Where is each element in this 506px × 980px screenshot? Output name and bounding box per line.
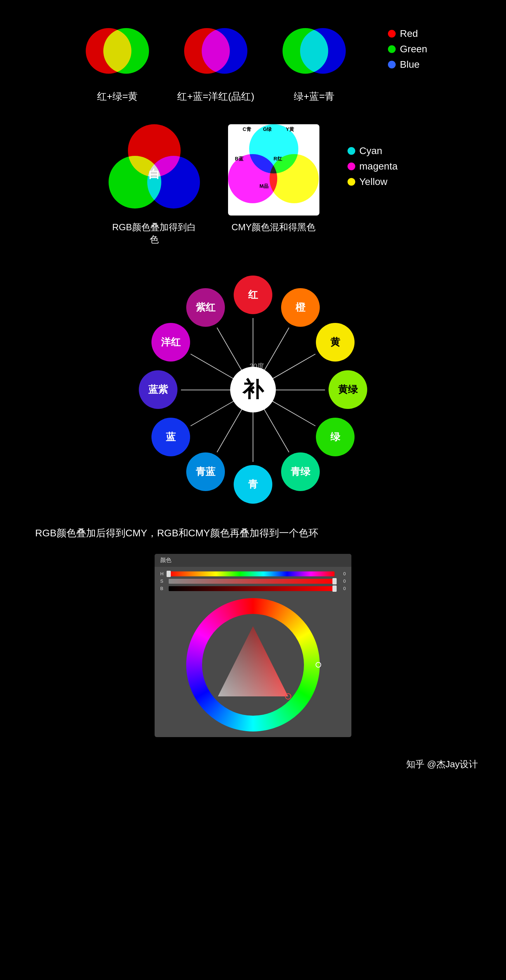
- wheel-node-黄绿: 黄绿: [329, 370, 367, 409]
- picker-title: 颜色: [160, 557, 171, 564]
- slider-b-thumb: [332, 585, 337, 592]
- color-triangle: [208, 619, 298, 710]
- slider-s-label: S: [160, 579, 166, 584]
- section-color-picker: 颜色 H 0 S 0 B 0: [0, 540, 506, 758]
- wheel-node-橙: 橙: [281, 288, 320, 327]
- hue-ring[interactable]: [186, 598, 320, 732]
- svg-marker-1: [218, 626, 288, 697]
- wheel-node-紫红: 紫红: [186, 288, 225, 327]
- wheel-center: 补: [230, 367, 276, 412]
- circle-green: [103, 28, 149, 74]
- dot-cyan: [348, 147, 355, 155]
- color-wheel-container: 补 30度 红橙黄黄绿绿青绿青青蓝蓝蓝紫洋红紫红: [130, 267, 376, 512]
- dot-green: [388, 45, 396, 53]
- venn-rgb3: 白: [109, 124, 200, 215]
- label-rb: 红+蓝=洋红(品红): [177, 90, 254, 103]
- legend-rgb: Red Green Blue: [388, 28, 427, 70]
- slider-b-val: 0: [337, 586, 346, 591]
- label-blue: Blue: [400, 59, 420, 70]
- legend-cmy: Cyan magenta Yellow: [348, 145, 398, 188]
- cmy-label-y: Y黄: [286, 126, 294, 133]
- legend-red: Red: [388, 28, 427, 39]
- dot-blue: [388, 61, 396, 68]
- picker-wheel-area: [155, 594, 351, 732]
- venn-group-rb: 红+蓝=洋红(品红): [177, 21, 254, 103]
- wheel-node-洋红: 洋红: [152, 323, 190, 361]
- label-cyan: Cyan: [359, 145, 382, 156]
- slider-h-thumb: [166, 571, 171, 577]
- hue-ring-inner: [202, 614, 304, 716]
- legend-blue: Blue: [388, 59, 427, 70]
- venn-gb: [276, 21, 353, 84]
- venn-group-gb: 绿+蓝=青: [276, 21, 353, 103]
- cmy-label-m: M品: [260, 183, 269, 189]
- section-color-wheel: 补 30度 红橙黄黄绿绿青绿青青蓝蓝蓝紫洋红紫红: [0, 246, 506, 512]
- slider-h-val: 0: [337, 571, 346, 576]
- wheel-node-青: 青: [234, 465, 272, 504]
- label-yellow: Yellow: [359, 176, 388, 188]
- circle-b3: [147, 156, 200, 208]
- wheel-node-红: 红: [234, 275, 272, 314]
- section4-caption: RGB颜色叠加后得到CMY，RGB和CMY颜色再叠加得到一个色环: [0, 512, 506, 540]
- footer-text: 知乎 @杰Jay设计: [406, 759, 478, 769]
- slider-h-track[interactable]: [169, 571, 335, 576]
- venn-group-cmy3: C青 G绿 Y黄 B蓝 R红 M品 CMY颜色混和得黑色: [228, 124, 319, 234]
- slider-s-val: 0: [337, 579, 346, 584]
- picker-window: 颜色 H 0 S 0 B 0: [155, 554, 351, 737]
- section-rgb-cmy: 白 RGB颜色叠加得到白色 C青 G绿 Y黄 B蓝 R红 M品 CMY颜色混和得…: [0, 103, 506, 246]
- slider-h-row: H 0: [160, 571, 346, 576]
- venn-rg: [79, 21, 156, 84]
- venn-rb: [177, 21, 254, 84]
- hue-indicator: [316, 662, 321, 668]
- dot-yellow: [348, 178, 355, 186]
- wheel-center-label: 补: [243, 375, 263, 404]
- caption-rgb3: RGB颜色叠加得到白色: [109, 221, 200, 246]
- label-green: Green: [400, 43, 427, 55]
- venn-group-rgb3: 白 RGB颜色叠加得到白色: [109, 124, 200, 246]
- dot-red: [388, 30, 396, 38]
- wheel-node-青蓝: 青蓝: [186, 452, 225, 491]
- legend-green: Green: [388, 43, 427, 55]
- label-magenta: magenta: [359, 161, 398, 172]
- circle-blue2: [300, 28, 346, 74]
- cmy-label-r: R红: [274, 156, 282, 162]
- label-red: Red: [400, 28, 418, 39]
- wheel-node-黄: 黄: [316, 323, 354, 361]
- label-gb: 绿+蓝=青: [294, 90, 335, 103]
- legend-cyan: Cyan: [348, 145, 398, 156]
- section-rgb-pairs: 红+绿=黄 红+蓝=洋红(品红) 绿+蓝=青 Red Green Blue: [0, 0, 506, 103]
- cmy-label-c: C青: [243, 126, 251, 133]
- venn-cmy3: C青 G绿 Y黄 B蓝 R红 M品: [228, 124, 319, 215]
- slider-b-track[interactable]: [169, 586, 335, 591]
- footer: 知乎 @杰Jay设计: [0, 758, 506, 784]
- legend-magenta: magenta: [348, 161, 398, 172]
- wheel-node-青绿: 青绿: [281, 452, 320, 491]
- label-rg: 红+绿=黄: [97, 90, 138, 103]
- slider-s-row: S 0: [160, 579, 346, 584]
- legend-yellow: Yellow: [348, 176, 398, 188]
- wheel-node-蓝: 蓝: [152, 418, 190, 456]
- slider-h-label: H: [160, 571, 166, 576]
- wheel-node-蓝紫: 蓝紫: [139, 370, 177, 409]
- wheel-node-绿: 绿: [316, 418, 354, 456]
- slider-b-row: B 0: [160, 586, 346, 591]
- picker-sliders: H 0 S 0 B 0: [155, 567, 351, 594]
- cmy-label-g: G绿: [263, 126, 272, 133]
- picker-titlebar: 颜色: [155, 554, 351, 567]
- cmy-label-b: B蓝: [235, 156, 244, 162]
- slider-s-track[interactable]: [169, 579, 335, 584]
- slider-s-thumb: [332, 578, 337, 584]
- caption-cmy3: CMY颜色混和得黑色: [228, 221, 319, 234]
- circle-blue: [202, 28, 247, 74]
- venn-group-rg: 红+绿=黄: [79, 21, 156, 103]
- dot-magenta: [348, 162, 355, 170]
- slider-b-label: B: [160, 586, 166, 591]
